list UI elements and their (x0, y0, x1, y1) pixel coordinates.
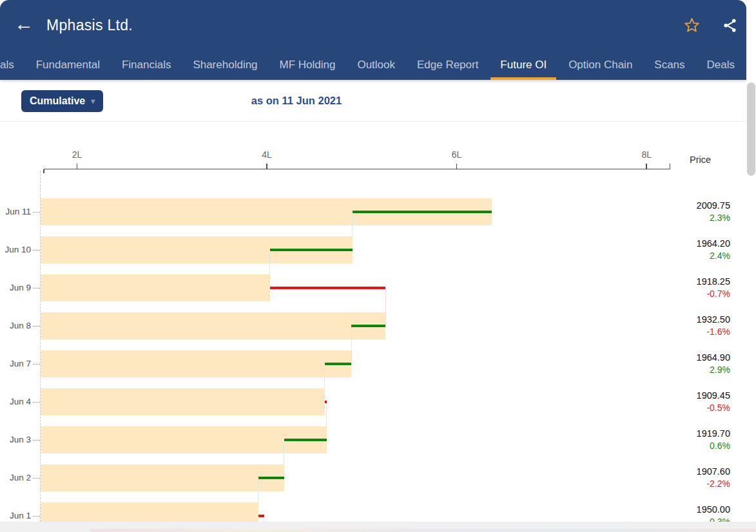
tab-mf-holding[interactable]: MF Holding (280, 50, 336, 80)
price-value: 1932.50 (670, 314, 730, 325)
tab-future-oi[interactable]: Future OI (500, 50, 547, 80)
cumulative-dropdown[interactable]: Cumulative ▾ (21, 90, 103, 112)
price-value: 1919.70 (670, 428, 730, 439)
oi-change-line (351, 325, 385, 327)
axis-tick-label: 2L (63, 149, 92, 160)
tab-deals[interactable]: Deals (707, 50, 735, 80)
date-label: Jun 10 (0, 245, 31, 254)
row-tick-dash (33, 364, 40, 365)
date-label: Jun 2 (0, 473, 31, 482)
row-tick-dash (33, 212, 40, 213)
date-label: Jun 4 (0, 397, 31, 406)
content-card: ← Mphasis Ltd. alsFundamentalFinancialsS… (0, 0, 746, 522)
price-change-pct: 2.9% (670, 365, 730, 375)
date-label: Jun 11 (0, 207, 31, 216)
price-value: 1964.90 (670, 352, 730, 363)
tab-als[interactable]: als (0, 50, 14, 80)
date-label: Jun 7 (0, 359, 31, 368)
row-tick-dash (33, 478, 40, 479)
price-change-pct: 2.4% (670, 251, 730, 261)
axis-tick-label: 8L (632, 149, 661, 160)
tab-financials[interactable]: Financials (122, 50, 171, 80)
price-change-pct: -0.5% (670, 403, 730, 413)
oi-connector (264, 517, 264, 522)
price-change-pct: -1.6% (670, 327, 730, 337)
back-arrow-icon[interactable]: ← (14, 14, 34, 33)
axis-tick (77, 164, 78, 169)
oi-bar[interactable] (41, 464, 284, 491)
tab-fundamental[interactable]: Fundamental (36, 50, 100, 80)
date-label: Jun 3 (0, 435, 31, 444)
date-label: Jun 1 (0, 511, 31, 520)
oi-change-line (353, 211, 492, 213)
price-change-pct: 0.3% (670, 517, 730, 522)
row-tick-dash (33, 288, 40, 289)
row-tick-dash (33, 250, 40, 251)
app-header: ← Mphasis Ltd. alsFundamentalFinancialsS… (0, 0, 746, 80)
date-label: Jun 8 (0, 321, 31, 330)
price-change-pct: -0.7% (670, 289, 730, 299)
tab-shareholding[interactable]: Shareholding (193, 50, 257, 80)
price-value: 1950.00 (670, 504, 730, 515)
oi-change-line (270, 287, 386, 289)
price-column-header: Price (670, 155, 730, 165)
oi-change-line (325, 363, 351, 365)
oi-change-line (270, 249, 353, 251)
oi-change-line (258, 515, 264, 517)
price-value: 1964.20 (670, 238, 730, 249)
date-label: Jun 9 (0, 283, 31, 292)
price-value: 1907.60 (670, 466, 730, 477)
axis-end-tick (670, 164, 671, 169)
axis-origin-tick (43, 169, 44, 173)
tab-outlook[interactable]: Outlook (357, 50, 395, 80)
price-value: 1909.45 (670, 390, 730, 401)
price-value: 2009.75 (670, 200, 730, 211)
oi-bar[interactable] (41, 502, 258, 522)
axis-tick-label: 4L (253, 149, 281, 160)
bottom-pastel-bar (90, 529, 756, 532)
tab-scans[interactable]: Scans (654, 50, 684, 80)
axis-tick (456, 164, 458, 169)
page-bottom-strip (0, 522, 756, 532)
oi-bar[interactable] (41, 274, 270, 301)
price-value: 1918.25 (670, 276, 730, 287)
oi-change-line (284, 439, 327, 441)
tab-option-chain[interactable]: Option Chain (568, 50, 632, 80)
tab-edge-report[interactable]: Edge Report (417, 50, 478, 80)
row-tick-dash (33, 516, 40, 517)
price-change-pct: 0.6% (670, 441, 730, 451)
axis-tick-label: 6L (443, 149, 471, 160)
favorite-star-icon[interactable] (683, 17, 701, 37)
cumulative-label: Cumulative (30, 95, 85, 107)
oi-bar[interactable] (41, 388, 325, 415)
tab-bar: alsFundamentalFinancialsShareholdingMF H… (0, 50, 746, 80)
row-tick-dash (33, 440, 40, 441)
oi-chart: Price 2L4L6L8LJun 112009.752.3%Jun 10196… (0, 121, 746, 522)
oi-bar[interactable] (41, 312, 385, 339)
page-title: Mphasis Ltd. (46, 17, 133, 34)
row-tick-dash (33, 402, 40, 403)
chevron-down-icon: ▾ (91, 97, 95, 106)
row-tick-dash (33, 326, 40, 327)
oi-change-line (258, 477, 284, 479)
vertical-scrollbar[interactable] (747, 82, 755, 176)
price-change-pct: -2.2% (670, 479, 730, 489)
x-axis-line (44, 169, 670, 169)
screen: ← Mphasis Ltd. alsFundamentalFinancialsS… (0, 0, 756, 532)
as-on-date: as on 11 Jun 2021 (200, 95, 393, 107)
axis-tick (646, 164, 647, 169)
share-icon[interactable] (722, 17, 738, 36)
oi-change-line (325, 401, 327, 403)
axis-tick (266, 164, 267, 169)
oi-bar[interactable] (41, 350, 351, 377)
price-change-pct: 2.3% (670, 213, 730, 223)
